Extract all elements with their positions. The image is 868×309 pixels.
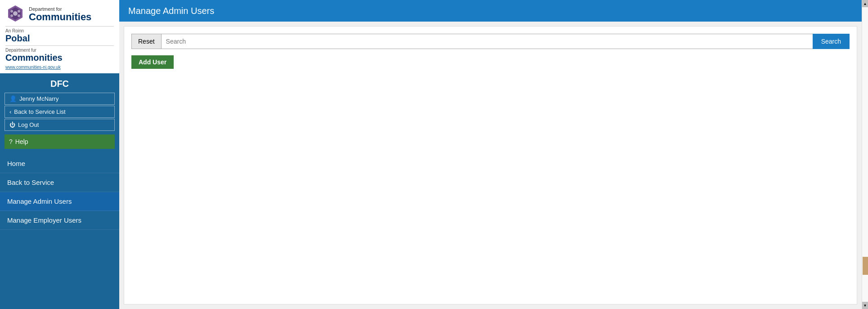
logo-divider-1 bbox=[5, 26, 114, 27]
nav-back-to-service-label: Back to Service bbox=[7, 179, 54, 186]
logo-url: www.communities-ni.gov.uk bbox=[5, 65, 61, 70]
logo-divider-2 bbox=[5, 45, 114, 46]
log-out-label: Log Out bbox=[18, 121, 39, 128]
user-profile-button[interactable]: 👤 Jenny McNarry bbox=[4, 93, 115, 105]
nav-item-manage-admin-users[interactable]: Manage Admin Users bbox=[0, 192, 119, 211]
search-button[interactable]: Search bbox=[813, 34, 850, 49]
user-actions: 👤 Jenny McNarry ‹ Back to Service List ⏻… bbox=[0, 93, 119, 131]
back-to-service-list-label: Back to Service List bbox=[14, 108, 65, 115]
scroll-down-arrow[interactable]: ▼ bbox=[862, 302, 868, 309]
page-title-bar: Manage Admin Users bbox=[119, 0, 862, 22]
svg-point-6 bbox=[18, 14, 20, 17]
nav-item-manage-employer-users[interactable]: Manage Employer Users bbox=[0, 211, 119, 230]
right-scrollbar: ▲ ▼ bbox=[862, 0, 868, 309]
username-label: Jenny McNarry bbox=[19, 95, 58, 102]
back-to-service-list-button[interactable]: ‹ Back to Service List bbox=[4, 106, 115, 118]
back-icon: ‹ bbox=[9, 108, 11, 115]
search-bar: Reset Search bbox=[131, 34, 850, 49]
content-area: Reset Search Add User bbox=[124, 26, 857, 305]
dfc-logo-icon bbox=[5, 4, 25, 24]
svg-point-3 bbox=[10, 10, 13, 13]
logo-pobal: Pobal bbox=[5, 33, 30, 44]
logo-commonities: Commonities bbox=[5, 53, 63, 63]
svg-point-4 bbox=[18, 10, 20, 13]
help-button[interactable]: ? Help bbox=[4, 134, 115, 149]
logo-depairtment-fur: Depairtment fur bbox=[5, 48, 36, 53]
reset-button[interactable]: Reset bbox=[131, 34, 161, 49]
logout-icon: ⏻ bbox=[9, 121, 15, 128]
help-label: Help bbox=[15, 138, 28, 145]
logo-communities: Communities bbox=[29, 12, 91, 22]
log-out-button[interactable]: ⏻ Log Out bbox=[4, 119, 115, 131]
nav-item-home[interactable]: Home bbox=[0, 154, 119, 173]
logo-area: Department for Communities An Roinn Poba… bbox=[0, 0, 119, 73]
search-input[interactable] bbox=[161, 34, 813, 49]
svg-point-5 bbox=[10, 14, 13, 17]
help-icon: ? bbox=[9, 138, 13, 145]
add-user-button[interactable]: Add User bbox=[131, 55, 174, 69]
svg-point-2 bbox=[13, 11, 18, 16]
nav-manage-admin-users-label: Manage Admin Users bbox=[7, 197, 72, 205]
scroll-thumb[interactable] bbox=[863, 257, 868, 275]
sidebar: Department for Communities An Roinn Poba… bbox=[0, 0, 119, 309]
page-title: Manage Admin Users bbox=[128, 6, 214, 16]
logo-top: Department for Communities bbox=[5, 4, 91, 24]
scroll-up-arrow[interactable]: ▲ bbox=[862, 0, 868, 7]
logo-text-block: Department for Communities bbox=[29, 6, 91, 22]
nav-home-label: Home bbox=[7, 160, 25, 167]
org-name: DFC bbox=[0, 73, 119, 93]
user-icon: 👤 bbox=[9, 95, 17, 102]
main-content-area: Manage Admin Users Reset Search Add User bbox=[119, 0, 862, 309]
scroll-track bbox=[862, 7, 868, 302]
nav-item-back-to-service[interactable]: Back to Service bbox=[0, 173, 119, 192]
logo-an-roinn: An Roinn bbox=[5, 28, 24, 33]
nav-menu: Home Back to Service Manage Admin Users … bbox=[0, 154, 119, 230]
nav-manage-employer-users-label: Manage Employer Users bbox=[7, 216, 81, 224]
